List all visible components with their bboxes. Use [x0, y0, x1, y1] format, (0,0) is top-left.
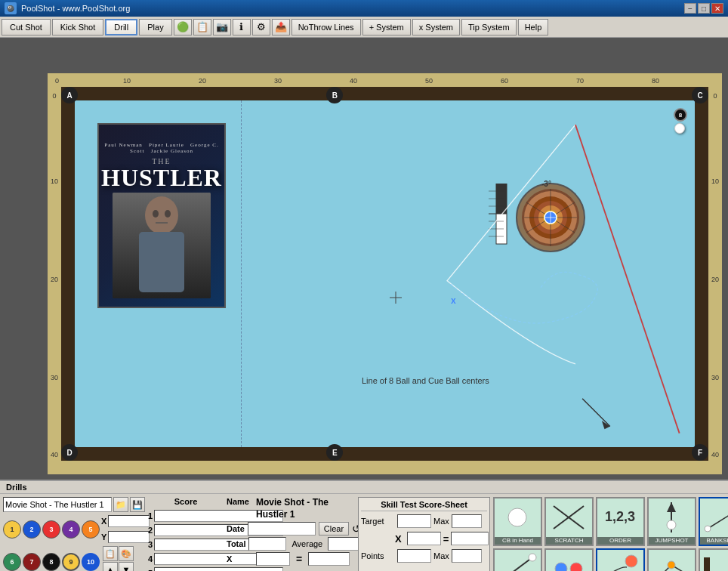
kick-shot-button[interactable]: Kick Shot [52, 19, 103, 35]
camera-icon[interactable]: 📷 [213, 19, 231, 35]
svg-text:20: 20 [199, 77, 206, 85]
x-calc-row: X = [227, 552, 355, 566]
score-panel: Score 1 2 3 4 5 [148, 497, 224, 571]
help-button[interactable]: Help [518, 19, 549, 35]
down-icon-btn[interactable]: ▼ [119, 562, 134, 571]
pool-table-felt[interactable]: Paul Newman Piper Laurie George C. Scott… [75, 100, 695, 447]
ball-3[interactable]: 3 [42, 520, 60, 539]
ruler-bottom [48, 461, 722, 474]
date-input[interactable] [248, 522, 316, 536]
window-title: PoolShot - www.PoolShot.org [21, 4, 683, 13]
date-label: Date [227, 524, 245, 533]
skill-result-input[interactable] [451, 532, 489, 545]
thumbnails-panel: CB in Hand KICKSHOT [493, 497, 728, 571]
ball-2[interactable]: 2 [23, 520, 41, 539]
points-label: Points [361, 551, 395, 560]
total-input[interactable] [248, 537, 286, 551]
total-label: Total [227, 539, 245, 548]
svg-text:20: 20 [51, 276, 58, 283]
max-input-1[interactable] [452, 514, 482, 528]
svg-rect-70 [546, 550, 592, 571]
green-circle-icon[interactable]: 🟢 [174, 19, 192, 35]
app-icon: 🎱 [5, 2, 17, 14]
score-row-5: 5 [148, 566, 224, 571]
thumb-cb-in-hand[interactable]: CB in Hand [493, 497, 542, 546]
svg-rect-25 [139, 232, 184, 292]
y-input[interactable] [108, 531, 150, 543]
x-input[interactable] [108, 515, 150, 527]
ball-4[interactable]: 4 [62, 520, 80, 539]
info-icon[interactable]: ℹ [233, 19, 251, 35]
max-input-2[interactable] [452, 549, 482, 563]
svg-point-24 [145, 196, 178, 234]
corner-label-f: F [692, 444, 708, 461]
x-system-button[interactable]: x System [412, 19, 460, 35]
svg-point-26 [153, 210, 159, 218]
list-icon-btn[interactable]: 📋 [103, 546, 118, 561]
ball-9[interactable]: 9 [62, 553, 80, 571]
svg-point-85 [668, 561, 675, 569]
x-calc-label: X [227, 554, 253, 563]
clipboard-icon[interactable]: 📋 [193, 19, 211, 35]
tip-system-button[interactable]: Tip System [461, 19, 517, 35]
ball-6[interactable]: 6 [3, 553, 21, 571]
svg-rect-10 [48, 87, 61, 461]
thumb-scratch[interactable]: SCRATCH [544, 497, 594, 546]
thumb-order[interactable]: 1,2,3 ORDER [596, 497, 645, 546]
svg-text:50: 50 [425, 77, 433, 85]
svg-text:20: 20 [711, 276, 719, 283]
score-row-2: 2 [148, 523, 224, 537]
svg-rect-16 [708, 87, 722, 461]
cut-shot-button[interactable]: Cut Shot [2, 19, 51, 35]
thumb-label-cb-in-hand: CB in Hand [495, 536, 541, 545]
gear-icon[interactable]: ⚙ [252, 19, 270, 35]
svg-text:40: 40 [51, 451, 58, 458]
y-label: Y [101, 532, 106, 542]
ball-8[interactable]: 8 [42, 553, 60, 571]
thumb-kiss[interactable]: KISS [596, 548, 645, 571]
plus-system-button[interactable]: + System [362, 19, 411, 35]
cue-ball-table [674, 123, 685, 134]
svg-text:60: 60 [501, 77, 508, 85]
minimize-button[interactable]: − [684, 3, 696, 14]
x-skill-label: X [395, 533, 402, 545]
ruler-left: 0 10 20 30 40 [48, 87, 61, 461]
thumb-hitrail[interactable]: HITRAIL [699, 548, 728, 571]
svg-text:0: 0 [55, 77, 59, 85]
export-icon[interactable]: 📤 [272, 19, 290, 35]
x-calc-input[interactable] [256, 552, 290, 566]
drill-name-input[interactable] [3, 497, 112, 512]
up-icon-btn[interactable]: ▲ [103, 562, 118, 571]
maximize-button[interactable]: □ [698, 3, 710, 14]
x-skill-input[interactable] [407, 532, 441, 545]
thumb-jumpshot[interactable]: JUMPSHOT [647, 497, 696, 546]
color-icon-btn[interactable]: 🎨 [119, 546, 134, 561]
thumb-bankshot[interactable]: BANKSHOT [699, 497, 728, 546]
play-button[interactable]: Play [139, 19, 171, 35]
clear-button[interactable]: Clear [319, 522, 349, 536]
svg-text:40: 40 [711, 451, 719, 458]
points-input[interactable] [397, 549, 431, 563]
thumb-column-3: 1,2,3 ORDER KISS [596, 497, 645, 571]
thumb-column-4: JUMPSHOT CAROM [647, 497, 696, 571]
ball-7[interactable]: 7 [23, 553, 41, 571]
average-input[interactable] [328, 537, 362, 551]
date-row: Date Clear ↺ [227, 522, 355, 536]
ball-5[interactable]: 5 [82, 520, 100, 539]
ball-1[interactable]: 1 [3, 520, 21, 539]
close-button[interactable]: ✕ [711, 3, 723, 14]
annotation-text: Line of 8 Ball and Cue Ball centers [362, 376, 489, 385]
no-throw-lines-button[interactable]: NoThrow Lines [292, 19, 361, 35]
thumb-carom[interactable]: CAROM [647, 548, 696, 571]
save-icon-btn[interactable]: 💾 [130, 497, 145, 512]
target-input[interactable] [397, 514, 431, 528]
thumb-combo[interactable]: COMBO [544, 548, 594, 571]
movie-poster: Paul Newman Piper Laurie George C. Scott… [97, 123, 226, 308]
drill-button[interactable]: Drill [105, 19, 137, 35]
skill-test-panel: Skill Test Score-Sheet Target Max X = Po… [358, 497, 490, 571]
folder-icon-btn[interactable]: 📁 [113, 497, 128, 512]
equals-result-input[interactable] [308, 552, 350, 566]
thumb-kickshot[interactable]: KICKSHOT [493, 548, 542, 571]
drills-header: Drills [0, 481, 728, 494]
ball-10[interactable]: 10 [82, 553, 100, 571]
